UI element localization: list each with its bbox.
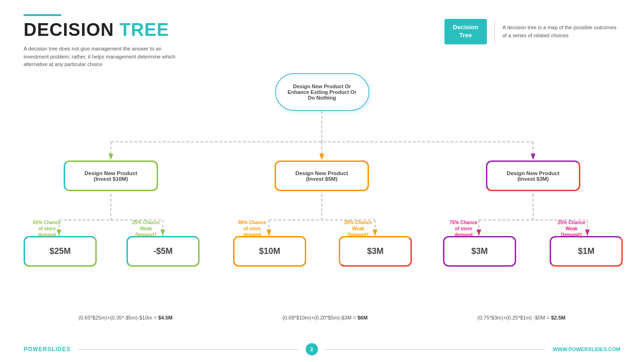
chance-label-1-left: 65% Chanceof storedemand — [33, 219, 61, 238]
svg-marker-21 — [160, 229, 165, 236]
branch-node-1: Design New Product(Invest $10M) — [64, 160, 158, 191]
svg-marker-22 — [267, 229, 271, 236]
footer-logo-black: POWER — [24, 346, 47, 353]
footer: POWERSLIDES 2 WWW.POWERSLIDES.COM — [24, 343, 620, 355]
tree-lines — [24, 73, 620, 338]
footer-line-left — [78, 349, 299, 350]
svg-marker-23 — [373, 229, 377, 236]
chance-label-2-right: 20% ChanceWeakDemand1 — [344, 219, 372, 238]
page-description: A decision tree does not give management… — [24, 45, 179, 68]
svg-marker-25 — [585, 229, 590, 236]
leaf-node-1-left: $25M — [24, 236, 97, 267]
chance-label-3-left: 75% Chanceof storedemand — [450, 219, 477, 238]
chance-label-1-right: 25% ChanceWeakDemand1 — [132, 219, 160, 238]
legend-label: Decision Tree — [444, 19, 487, 44]
leaf-node-1-right: -$5M — [126, 236, 200, 267]
header-accent-line — [24, 14, 61, 16]
chance-label-2-left: 80% Chanceof storedemand — [238, 219, 266, 238]
formula-2: (0.08*$10m)+(0.20*$5m)-$3M = $6M — [283, 315, 368, 320]
branch-node-3: Design New Product(Invest $3M) — [486, 160, 580, 191]
legend-box: Decision Tree A decision tree is a map o… — [444, 19, 620, 44]
legend-divider — [494, 20, 495, 43]
page: DECISION TREE A decision tree does not g… — [0, 0, 644, 362]
footer-page-number: 2 — [306, 343, 318, 355]
footer-logo-teal: SLIDES — [47, 346, 70, 353]
svg-marker-19 — [531, 154, 535, 160]
leaf-node-3-right: $1M — [550, 236, 623, 267]
footer-logo: POWERSLIDES — [24, 346, 71, 353]
formula-1: (0.65*$25m)+(0.35*-$5m)-$10m = $4.5M — [78, 315, 172, 320]
formula-3: (0.75*$3m)+(0.25*$1m) -$0M = $2.5M — [477, 315, 566, 320]
tree-area: Design New Product OrEnhance Exiting Pro… — [24, 73, 620, 338]
root-node: Design New Product OrEnhance Exiting Pro… — [275, 73, 369, 111]
formula-row: (0.65*$25m)+(0.35*-$5m)-$10m = $4.5M (0.… — [24, 315, 620, 320]
leaf-node-3-left: $3M — [443, 236, 516, 267]
svg-marker-17 — [109, 154, 113, 160]
legend-text: A decision tree is a map of the possible… — [502, 24, 620, 39]
svg-marker-18 — [319, 154, 324, 160]
branch-node-2: Design New Product(Invest $5M) — [275, 160, 369, 191]
footer-url: WWW.POWERSLIDES.COM — [552, 346, 620, 352]
leaf-node-2-right: $3M — [339, 236, 412, 267]
leaf-node-2-left: $10M — [233, 236, 306, 267]
chance-label-3-right: 25% ChanceWeakDemand1 — [558, 219, 585, 238]
title-black: DECISION — [24, 20, 119, 40]
title-teal: TREE — [119, 20, 169, 40]
footer-line-right — [325, 349, 546, 350]
